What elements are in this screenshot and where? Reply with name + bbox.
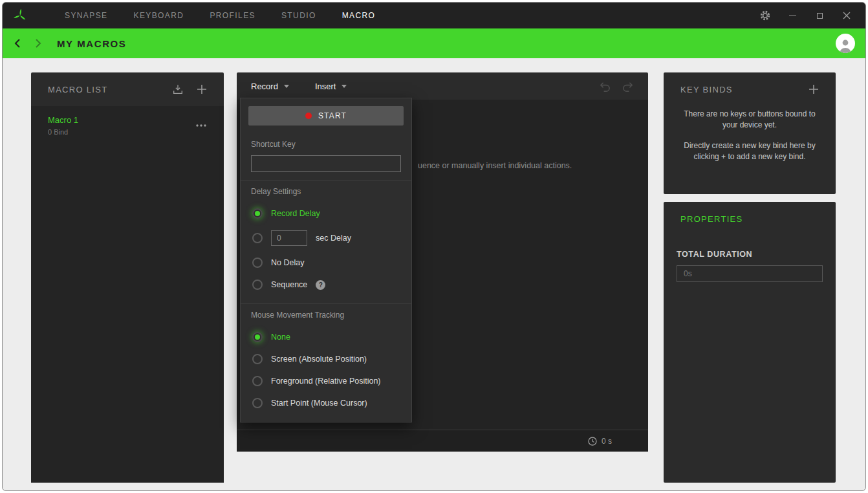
shortcut-key-label: Shortcut Key — [251, 140, 401, 149]
undo-icon[interactable] — [599, 80, 611, 93]
editor-footer: 0 s — [237, 430, 648, 452]
radio-tracking-none[interactable]: None — [251, 326, 401, 348]
radio-tracking-startpoint[interactable]: Start Point (Mouse Cursor) — [251, 392, 401, 414]
shortcut-key-input[interactable] — [251, 155, 401, 172]
start-button-label: START — [318, 111, 347, 120]
delay-settings-label: Delay Settings — [251, 187, 401, 196]
radio-record-delay[interactable]: Record Delay — [251, 203, 401, 225]
razer-logo — [12, 7, 28, 24]
total-duration-label: TOTAL DURATION — [677, 250, 823, 259]
help-icon[interactable] — [316, 280, 325, 290]
total-duration-readout: 0 s — [602, 437, 612, 446]
maximize-button[interactable] — [814, 10, 825, 21]
record-dropdown-button[interactable]: Record — [251, 82, 289, 91]
radio-icon — [252, 279, 263, 290]
empty-state-text: uence or manually insert individual acti… — [418, 161, 572, 170]
macro-name: Macro 1 — [48, 115, 78, 125]
back-arrow-icon[interactable] — [13, 38, 23, 49]
chevron-down-icon — [342, 85, 347, 88]
minimize-button[interactable] — [787, 10, 798, 21]
start-recording-button[interactable]: START — [248, 106, 404, 126]
radio-label: Sequence — [271, 280, 307, 289]
radio-icon — [252, 332, 263, 342]
macro-list-panel: MACRO LIST Macro 1 0 Bind — [31, 72, 224, 483]
radio-sec-delay[interactable]: sec Delay — [251, 225, 401, 252]
radio-label: Foreground (Relative Position) — [271, 377, 381, 386]
nav-arrows — [13, 38, 43, 49]
radio-icon — [252, 233, 263, 243]
key-binds-empty-line2: Directly create a new key bind here by c… — [677, 140, 823, 163]
chevron-down-icon — [284, 85, 289, 88]
app-window: SYNAPSE KEYBOARD PROFILES STUDIO MACRO — [2, 2, 866, 491]
radio-tracking-screen[interactable]: Screen (Absolute Position) — [251, 348, 401, 370]
tab-synapse[interactable]: SYNAPSE — [65, 11, 108, 20]
user-avatar[interactable] — [836, 34, 855, 53]
clock-icon — [588, 437, 597, 446]
radio-label: Start Point (Mouse Cursor) — [271, 399, 367, 408]
import-macro-icon[interactable] — [172, 83, 184, 95]
add-macro-icon[interactable] — [197, 84, 207, 94]
main-tabs: SYNAPSE KEYBOARD PROFILES STUDIO MACRO — [65, 11, 375, 20]
radio-sequence[interactable]: Sequence — [251, 274, 401, 296]
record-dropdown-menu: START Shortcut Key Delay Settings Record… — [240, 98, 412, 422]
properties-panel: PROPERTIES TOTAL DURATION 0s — [664, 202, 836, 483]
radio-icon — [252, 257, 263, 268]
close-button[interactable] — [841, 10, 852, 21]
add-keybind-icon[interactable] — [808, 84, 819, 94]
key-binds-empty-line1: There are no keys or buttons bound to yo… — [677, 109, 823, 131]
radio-tracking-foreground[interactable]: Foreground (Relative Position) — [251, 370, 401, 392]
macro-list-title: MACRO LIST — [48, 85, 107, 94]
radio-label: Record Delay — [271, 209, 320, 218]
mouse-tracking-section: Mouse Movement Tracking None Screen (Abs… — [241, 303, 411, 422]
forward-arrow-icon[interactable] — [32, 38, 43, 49]
key-binds-panel: KEY BINDS There are no keys or buttons b… — [664, 72, 836, 194]
macro-bind-count: 0 Bind — [48, 128, 78, 136]
page-header: MY MACROS — [3, 28, 865, 58]
tab-profiles[interactable]: PROFILES — [210, 11, 255, 20]
settings-gear-icon[interactable] — [759, 10, 771, 21]
macro-list-item[interactable]: Macro 1 0 Bind — [31, 106, 224, 145]
radio-label: No Delay — [271, 258, 304, 267]
mouse-tracking-label: Mouse Movement Tracking — [251, 311, 401, 320]
total-duration-field: 0s — [677, 265, 823, 282]
radio-label: sec Delay — [316, 234, 351, 243]
delay-settings-section: Delay Settings Record Delay sec Delay No… — [241, 180, 411, 303]
radio-icon — [252, 398, 263, 408]
window-controls — [759, 10, 856, 21]
properties-title: PROPERTIES — [680, 214, 743, 224]
tab-keyboard[interactable]: KEYBOARD — [134, 11, 184, 20]
radio-label: None — [271, 333, 290, 342]
radio-icon — [252, 208, 263, 219]
radio-icon — [252, 376, 263, 386]
editor-toolbar: Record Insert — [237, 72, 648, 100]
key-binds-empty-state: There are no keys or buttons bound to yo… — [664, 106, 836, 163]
page-title: MY MACROS — [57, 38, 126, 49]
tab-studio[interactable]: STUDIO — [281, 11, 316, 20]
record-dropdown-label: Record — [251, 82, 278, 91]
tab-macro[interactable]: MACRO — [342, 11, 376, 20]
shortcut-key-section: Shortcut Key — [241, 133, 411, 180]
key-binds-title: KEY BINDS — [680, 85, 733, 94]
macro-list: Macro 1 0 Bind — [31, 106, 224, 483]
redo-icon[interactable] — [622, 80, 634, 93]
macro-list-header: MACRO LIST — [31, 72, 224, 106]
radio-no-delay[interactable]: No Delay — [251, 252, 401, 274]
sec-delay-input[interactable] — [271, 230, 307, 246]
radio-label: Screen (Absolute Position) — [271, 355, 367, 364]
insert-dropdown-button[interactable]: Insert — [315, 82, 347, 91]
record-dot-icon — [305, 113, 312, 119]
more-options-icon[interactable] — [195, 124, 207, 127]
radio-icon — [252, 354, 263, 364]
insert-dropdown-label: Insert — [315, 82, 336, 91]
titlebar: SYNAPSE KEYBOARD PROFILES STUDIO MACRO — [3, 3, 865, 28]
